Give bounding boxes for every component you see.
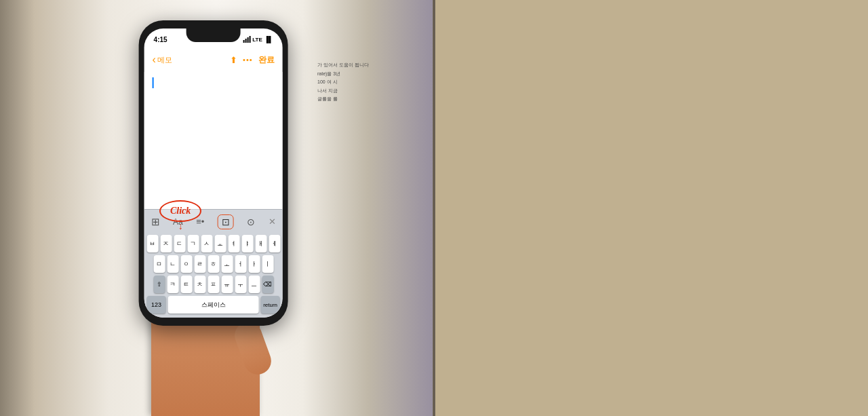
left-key-j[interactable]: ㅈ [160,235,172,252]
left-nav-right: ⬆ ••• 완료 [230,54,275,66]
left-status-right: LTE ▐▌ [243,36,273,43]
left-key-h[interactable]: ㅎ [208,255,219,273]
left-key-eo[interactable]: ㅓ [235,255,246,273]
left-lte: LTE [252,37,262,43]
left-key-o[interactable]: ㅗ [221,255,233,273]
left-key-m[interactable]: ㅁ [153,255,165,273]
left-key-ya[interactable]: ㅑ [241,235,253,252]
book-text-left: 가 있어서 도움이 됩니다 rate)을 3년 100 여 시 나서 지금 글를… [317,61,419,104]
left-key-return[interactable]: return [261,296,280,314]
left-key-ch[interactable]: ㅊ [194,276,205,293]
left-phone: 4:15 LTE ▐▌ [139,20,288,326]
left-content-area[interactable] [144,72,283,209]
left-battery: ▐▌ [264,36,273,43]
left-phone-screen: 4:15 LTE ▐▌ [144,29,283,318]
left-phone-wrapper: 4:15 LTE ▐▌ [139,20,288,326]
left-nav-bar: ‹ 메모 ⬆ ••• 완료 [144,48,283,72]
left-cursor [153,77,154,88]
left-camera-icon: ⊡ [222,216,230,227]
left-more-icon[interactable]: ••• [243,56,253,64]
left-key-d[interactable]: ㄷ [174,235,185,252]
left-time: 4:15 [154,36,167,43]
left-key-a[interactable]: ㅏ [248,255,260,273]
left-toolbar-grid-icon[interactable]: ⊞ [151,216,160,228]
left-click-bubble: Click [159,200,201,222]
left-back-chevron: ‹ [153,54,156,66]
left-key-g[interactable]: ㄱ [187,235,199,252]
left-key-t[interactable]: ㅌ [180,276,192,293]
left-toolbar-send-icon[interactable]: ⊙ [247,216,255,227]
left-key-backspace[interactable]: ⌫ [262,276,273,293]
left-click-arrow: ↓ [178,221,183,231]
left-click-text: Click [170,206,191,216]
book-spine [433,0,435,416]
left-keyboard: ㅂ ㅈ ㄷ ㄱ ㅅ ㅛ ㅕ ㅑ ㅐ ㅔ ㅁ [144,233,283,318]
left-back-label: 메모 [157,55,172,65]
left-key-eu[interactable]: ㅡ [248,276,260,293]
left-key-i[interactable]: ㅣ [262,255,273,273]
left-key-k[interactable]: ㅋ [167,276,178,293]
left-key-e[interactable]: ㅔ [269,235,280,252]
left-share-icon[interactable]: ⬆ [230,55,237,65]
left-key-yu[interactable]: ㅠ [221,276,233,293]
left-space-bar[interactable]: 스페이스 [168,296,259,314]
left-key-row-2: ㅁ ㄴ ㅇ ㄹ ㅎ ㅗ ㅓ ㅏ ㅣ [144,254,283,274]
left-key-n[interactable]: ㄴ [167,255,178,273]
left-key-row-1: ㅂ ㅈ ㄷ ㄱ ㅅ ㅛ ㅕ ㅑ ㅐ ㅔ [144,233,283,254]
left-key-s[interactable]: ㅅ [201,235,212,252]
left-complete-button[interactable]: 완료 [258,54,275,66]
left-toolbar-camera-button[interactable]: ⊡ [218,214,234,229]
left-key-yeo[interactable]: ㅕ [228,235,239,252]
left-key-b[interactable]: ㅂ [146,235,158,252]
left-key-ng[interactable]: ㅇ [180,255,192,273]
left-key-row-4: 123 스페이스 return [144,295,283,318]
left-nav-back[interactable]: ‹ 메모 [153,54,172,66]
left-key-r[interactable]: ㄹ [194,255,205,273]
left-toolbar-close-icon[interactable]: ✕ [269,216,276,227]
left-key-shift[interactable]: ⇧ [153,276,165,293]
left-key-p[interactable]: ㅍ [208,276,219,293]
left-key-yo[interactable]: ㅛ [214,235,226,252]
left-panel: 가 있어서 도움이 됩니다 rate)을 3년 100 여 시 나서 지금 글를… [0,0,433,416]
left-key-numbers[interactable]: 123 [147,296,166,314]
left-space-label: 스페이스 [201,301,226,309]
left-key-row-3: ⇧ ㅋ ㅌ ㅊ ㅍ ㅠ ㅜ ㅡ ⌫ [144,274,283,295]
left-key-ae[interactable]: ㅐ [255,235,267,252]
left-key-u[interactable]: ㅜ [235,276,246,293]
left-signal [243,36,250,43]
left-phone-notch [186,29,241,42]
left-click-annotation: Click ↓ [159,200,201,231]
